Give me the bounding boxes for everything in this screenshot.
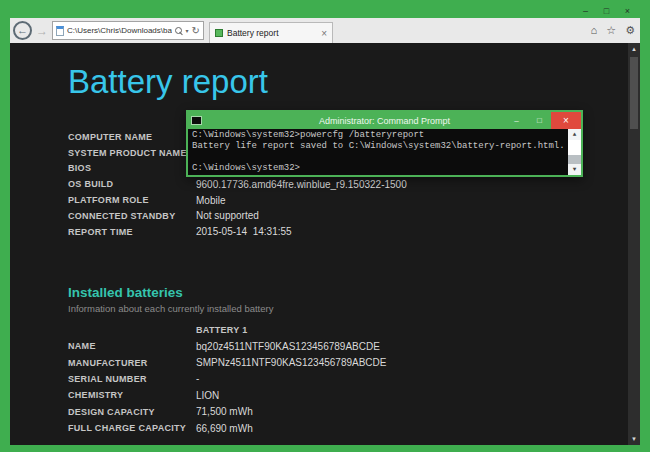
installed-batteries-section: Installed batteries Information about ea… bbox=[68, 285, 386, 436]
cmd-close-button[interactable]: × bbox=[551, 112, 581, 129]
table-row: CHEMISTRY LION bbox=[68, 387, 386, 403]
row-label: COMPUTER NAME bbox=[68, 132, 196, 142]
row-label: DESIGN CAPACITY bbox=[68, 407, 196, 417]
scroll-thumb[interactable] bbox=[630, 57, 638, 129]
battery-table: BATTERY 1 NAME bq20z4511NTF90KAS12345678… bbox=[68, 322, 386, 436]
cmd-output[interactable]: C:\Windows\system32>powercfg /batteryrep… bbox=[188, 129, 581, 175]
browser-toolbar: ⌂ ☆ ⚙ bbox=[591, 24, 635, 37]
close-button[interactable]: × bbox=[617, 4, 638, 18]
browser-window-controls: – □ × bbox=[575, 4, 638, 18]
address-bar[interactable]: C:\Users\Chris\Downloads\battery ▾ ↻ bbox=[52, 21, 204, 40]
command-prompt-window[interactable]: Administrator: Command Prompt – □ × C:\W… bbox=[186, 110, 583, 177]
row-label: OS BUILD bbox=[68, 179, 196, 189]
row-label: SERIAL NUMBER bbox=[68, 374, 196, 384]
scroll-down-icon[interactable]: ▼ bbox=[628, 433, 640, 445]
cmd-output-line: C:\Windows\system32>powercfg /batteryrep… bbox=[192, 130, 565, 141]
page-scrollbar[interactable]: ▲ ▼ bbox=[628, 43, 640, 445]
home-icon[interactable]: ⌂ bbox=[591, 24, 598, 37]
cmd-output-line: C:\Windows\system32> bbox=[192, 163, 565, 174]
tab-close-icon[interactable]: × bbox=[321, 28, 327, 39]
row-value: LION bbox=[196, 390, 219, 401]
battery-table-header-row: BATTERY 1 bbox=[68, 322, 386, 338]
row-value: bq20z4511NTF90KAS123456789ABCDE bbox=[196, 341, 380, 352]
row-value: 9600.17736.amd64fre.winblue_r9.150322-15… bbox=[196, 179, 407, 190]
row-label: PLATFORM ROLE bbox=[68, 195, 196, 205]
battery-column-header: BATTERY 1 bbox=[196, 325, 248, 335]
row-label: MANUFACTURER bbox=[68, 358, 196, 368]
section-subtitle: Information about each currently install… bbox=[68, 303, 386, 314]
row-label: CONNECTED STANDBY bbox=[68, 211, 196, 221]
row-value: Not supported bbox=[196, 210, 259, 221]
row-label: SYSTEM PRODUCT NAME bbox=[68, 148, 196, 158]
forward-button[interactable]: → bbox=[36, 24, 48, 38]
row-value: 2015-05-14 14:31:55 bbox=[196, 226, 292, 237]
cmd-output-line bbox=[192, 152, 565, 163]
cmd-minimize-button[interactable]: – bbox=[505, 112, 528, 129]
cmd-maximize-button[interactable]: □ bbox=[528, 112, 551, 129]
table-row: PLATFORM ROLE Mobile bbox=[68, 192, 407, 208]
row-label: REPORT TIME bbox=[68, 227, 196, 237]
refresh-icon[interactable]: ↻ bbox=[192, 25, 200, 36]
cmd-scrollbar[interactable]: ▲ ▼ bbox=[568, 129, 581, 175]
table-row: CONNECTED STANDBY Not supported bbox=[68, 208, 407, 224]
cmd-window-controls: – □ × bbox=[505, 112, 581, 129]
row-label: FULL CHARGE CAPACITY bbox=[68, 423, 196, 433]
tab-favicon-icon bbox=[215, 29, 223, 37]
desktop: – □ × ← → C:\Users\Chris\Downloads\batte… bbox=[0, 0, 650, 452]
tab-title: Battery report bbox=[227, 28, 279, 38]
page-content: Battery report COMPUTER NAME SYSTEM PROD… bbox=[10, 43, 640, 445]
settings-icon[interactable]: ⚙ bbox=[625, 24, 635, 37]
page-title: Battery report bbox=[68, 63, 268, 101]
table-row: MANUFACTURER SMPNz4511NTF90KAS123456789A… bbox=[68, 354, 386, 370]
row-value: 71,500 mWh bbox=[196, 406, 253, 417]
cmd-scroll-thumb[interactable] bbox=[568, 140, 581, 155]
tab-battery-report[interactable]: Battery report × bbox=[209, 22, 333, 43]
cmd-output-line: Battery life report saved to C:\Windows\… bbox=[192, 141, 565, 152]
minimize-button[interactable]: – bbox=[575, 4, 596, 18]
cmd-scroll-down-icon[interactable]: ▼ bbox=[568, 164, 581, 175]
table-row: DESIGN CAPACITY 71,500 mWh bbox=[68, 404, 386, 420]
row-value: Mobile bbox=[196, 195, 225, 206]
table-row: FULL CHARGE CAPACITY 66,690 mWh bbox=[68, 420, 386, 436]
row-label: BIOS bbox=[68, 163, 196, 173]
address-url[interactable]: C:\Users\Chris\Downloads\battery bbox=[67, 26, 172, 35]
table-row: OS BUILD 9600.17736.amd64fre.winblue_r9.… bbox=[68, 176, 407, 192]
row-value: - bbox=[196, 373, 199, 384]
row-label: NAME bbox=[68, 341, 196, 351]
row-label: CHEMISTRY bbox=[68, 390, 196, 400]
cmd-output-lines: C:\Windows\system32>powercfg /batteryrep… bbox=[192, 130, 565, 174]
address-dropdown-icon[interactable]: ▾ bbox=[186, 27, 189, 34]
browser-navbar: ← → C:\Users\Chris\Downloads\battery ▾ ↻… bbox=[10, 18, 640, 43]
back-button[interactable]: ← bbox=[13, 21, 32, 40]
search-icon[interactable] bbox=[175, 27, 183, 35]
table-row: NAME bq20z4511NTF90KAS123456789ABCDE bbox=[68, 338, 386, 354]
row-value: SMPNz4511NTF90KAS123456789ABCDE bbox=[196, 357, 386, 368]
cmd-scroll-up-icon[interactable]: ▲ bbox=[568, 129, 581, 140]
cmd-titlebar[interactable]: Administrator: Command Prompt – □ × bbox=[188, 112, 581, 129]
table-row: SERIAL NUMBER - bbox=[68, 371, 386, 387]
table-row: REPORT TIME 2015-05-14 14:31:55 bbox=[68, 224, 407, 240]
cmd-app-icon bbox=[191, 116, 202, 125]
section-heading: Installed batteries bbox=[68, 285, 386, 301]
favorites-icon[interactable]: ☆ bbox=[606, 24, 616, 37]
battery-rows: NAME bq20z4511NTF90KAS123456789ABCDE MAN… bbox=[68, 338, 386, 436]
row-value: 66,690 mWh bbox=[196, 423, 253, 434]
page-favicon-icon bbox=[56, 26, 64, 36]
maximize-button[interactable]: □ bbox=[596, 4, 617, 18]
scroll-up-icon[interactable]: ▲ bbox=[628, 43, 640, 55]
